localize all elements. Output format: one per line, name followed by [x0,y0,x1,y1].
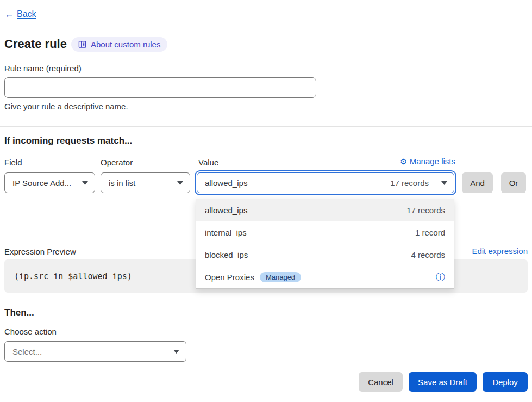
edit-expression-link[interactable]: Edit expression [472,246,528,256]
back-link[interactable]: ←Back [4,9,36,19]
list-item-blocked-ips[interactable]: blocked_ips 4 records [196,244,454,266]
lists-dropdown: allowed_ips 17 records internal_ips 1 re… [196,199,454,289]
value-select-name: allowed_ips [205,178,247,188]
rule-name-helper: Give your rule a descriptive name. [4,102,128,111]
operator-select[interactable]: is in list [101,172,190,193]
chevron-down-icon [173,350,179,354]
manage-lists-link[interactable]: ⚙ Manage lists [400,157,455,166]
page-title: Create rule [4,37,67,51]
value-select-count: 17 records [390,178,436,188]
about-custom-rules-badge[interactable]: About custom rules [71,37,167,52]
save-draft-button[interactable]: Save as Draft [409,372,477,392]
operator-label: Operator [101,158,133,167]
chevron-down-icon [441,181,447,185]
book-icon [78,40,86,48]
list-item-name: allowed_ips [205,206,247,215]
list-item-count: 1 record [415,228,445,237]
create-rule-page: ←Back Create rule About custom rules Rul… [0,0,532,402]
rule-name-label: Rule name (required) [4,64,82,73]
list-item-allowed-ips[interactable]: allowed_ips 17 records [196,199,454,221]
manage-lists-label: Manage lists [410,157,455,166]
edit-expression-label: Edit expression [472,246,528,256]
section-divider [0,126,532,127]
field-select-value: IP Source Add... [12,178,71,188]
chevron-down-icon [82,181,88,185]
or-button[interactable]: Or [501,172,526,193]
value-select[interactable]: allowed_ips 17 records [197,172,454,193]
list-item-open-proxies[interactable]: Open Proxies Managed ⓘ [196,266,454,288]
field-label: Field [4,158,22,167]
then-heading: Then... [4,307,34,318]
action-select[interactable]: Select... [4,341,186,362]
back-arrow-icon: ← [4,9,14,19]
chevron-down-icon [177,181,183,185]
list-item-count: 4 records [411,250,445,259]
list-item-name: Open Proxies [205,273,254,282]
about-badge-label: About custom rules [91,40,160,49]
list-item-name: blocked_ips [205,250,248,259]
back-link-label: Back [17,9,36,19]
info-icon[interactable]: ⓘ [436,273,445,282]
rule-name-input[interactable] [4,77,316,98]
cancel-button[interactable]: Cancel [359,372,403,392]
action-select-placeholder: Select... [12,347,42,356]
gear-icon: ⚙ [400,158,407,165]
value-label: Value [198,158,218,167]
managed-badge: Managed [260,272,301,282]
list-item-name: internal_ips [205,228,247,237]
choose-action-label: Choose action [4,327,57,336]
expression-code: (ip.src in $allowed_ips) [14,271,132,281]
deploy-button[interactable]: Deploy [483,372,528,392]
list-item-count: 17 records [406,206,445,215]
list-item-internal-ips[interactable]: internal_ips 1 record [196,221,454,244]
and-button[interactable]: And [462,172,493,193]
expression-preview-label: Expression Preview [4,247,76,256]
match-heading: If incoming requests match... [4,135,132,146]
field-select[interactable]: IP Source Add... [4,172,95,193]
operator-select-value: is in list [109,178,135,188]
